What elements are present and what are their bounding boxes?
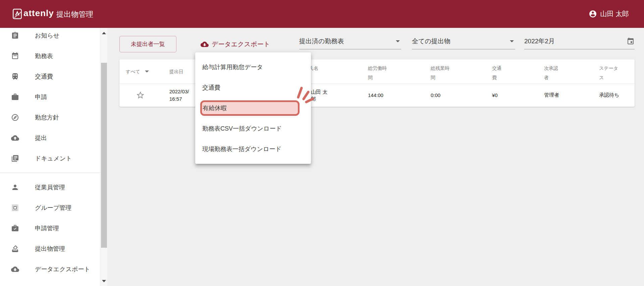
brand-logo-icon <box>13 9 22 20</box>
sidebar-item-data-export[interactable]: データエクスポート <box>0 259 100 279</box>
sidebar-item-application[interactable]: 申請 <box>0 87 100 107</box>
cell-submitted-at: 2022/03/ 16:57 <box>161 84 198 106</box>
submission-filter-value: 全ての提出物 <box>412 37 450 46</box>
header-total-overtime-hours: 総残業時間 <box>431 59 492 84</box>
cell-total-overtime-hours: 0:00 <box>431 84 492 106</box>
compass-icon <box>11 113 19 122</box>
user-name: 山田 太郎 <box>600 9 629 18</box>
timesheet-filter-value: 提出済の勤務表 <box>299 37 344 46</box>
caret-down-icon <box>510 40 514 42</box>
export-menu: 給与計算用勤怠データ 交通費 有給休暇 勤務表CSV一括ダウンロード 現場勤務表… <box>195 52 311 164</box>
sidebar-item-attendance-policy[interactable]: 勤怠方針 <box>0 107 100 128</box>
sidebar-item-transport-expense[interactable]: 交通費 <box>0 66 100 87</box>
documents-icon <box>11 154 19 162</box>
scrollbar-thumb[interactable] <box>101 63 107 248</box>
sidebar-item-label: ドキュメント <box>35 154 72 162</box>
group-frame-icon <box>11 204 19 212</box>
user-avatar-icon <box>589 10 597 18</box>
briefcase-icon <box>11 93 19 101</box>
menu-item-timesheet-csv-bulk-download[interactable]: 勤務表CSV一括ダウンロード <box>195 118 311 139</box>
sidebar-item-label: 提出物管理 <box>35 245 65 253</box>
data-export-button[interactable]: データエクスポート <box>201 38 270 50</box>
sidebar-item-documents[interactable]: ドキュメント <box>0 148 100 169</box>
scroll-down-button[interactable] <box>100 277 108 285</box>
cell-name: 山田 太郎 <box>309 84 368 106</box>
caret-down-icon <box>396 40 400 42</box>
cloud-upload-icon <box>11 134 19 142</box>
header-transport-fare: 交通費 <box>492 59 544 84</box>
cloud-download-icon <box>11 265 19 273</box>
caret-down-icon <box>145 70 149 73</box>
person-icon <box>11 183 19 191</box>
unsubmitted-list-button[interactable]: 未提出者一覧 <box>119 36 176 52</box>
header-total-work-hours: 総労働時間 <box>368 59 431 84</box>
calendar-picker-icon[interactable] <box>627 37 635 45</box>
header-next-approver: 次承認者 <box>544 59 599 84</box>
triangle-up-icon <box>102 32 106 34</box>
sidebar-item-label: 勤怠方針 <box>35 113 59 122</box>
sidebar-item-notices[interactable]: お知らせ <box>0 28 100 46</box>
ballot-icon <box>11 245 19 253</box>
sidebar-item-application-management[interactable]: 申請管理 <box>0 218 100 238</box>
sidebar-item-group-management[interactable]: グループ管理 <box>0 197 100 218</box>
train-icon <box>11 73 19 81</box>
cell-next-approver: 管理者 <box>544 84 599 106</box>
sidebar-item-employee-management[interactable]: 従業員管理 <box>0 177 100 197</box>
favorite-star-icon[interactable] <box>136 91 145 100</box>
brand-name: attenly <box>23 8 54 18</box>
timesheet-filter-select[interactable]: 提出済の勤務表 <box>299 34 401 49</box>
submission-filter-select[interactable]: 全ての提出物 <box>412 34 515 49</box>
cell-transport-fare: ¥0 <box>492 84 544 106</box>
sidebar-item-label: データエクスポート <box>35 265 90 273</box>
sidebar-item-label: 交通費 <box>35 73 53 81</box>
cell-total-work-hours: 144:00 <box>368 84 431 106</box>
main-content: 未提出者一覧 データエクスポート 提出済の勤務表 全ての提出物 2022年2月 … <box>108 28 644 286</box>
sidebar-item-label: 従業員管理 <box>35 183 65 191</box>
page-title: 提出物管理 <box>56 9 93 19</box>
sidebar-item-timesheet[interactable]: 勤務表 <box>0 46 100 66</box>
app-window: attenly 提出物管理 山田 太郎 お知らせ 勤務表 交通費 <box>0 0 644 286</box>
header-submitted-at: 提出日 <box>161 59 198 84</box>
calendar-icon <box>11 52 19 60</box>
sidebar-item-label: グループ管理 <box>35 204 71 212</box>
sidebar-item-submission-management[interactable]: 提出物管理 <box>0 238 100 259</box>
sidebar-item-label: 申請管理 <box>35 224 59 232</box>
data-export-button-label: データエクスポート <box>212 40 270 49</box>
triangle-down-icon <box>102 280 106 282</box>
clipboard-icon <box>11 32 19 40</box>
sidebar-item-label: お知らせ <box>35 32 59 40</box>
sidebar-divider <box>0 173 100 173</box>
sidebar-item-label: 勤務表 <box>35 52 53 60</box>
app-header: attenly 提出物管理 山田 太郎 <box>0 0 644 28</box>
sidebar-item-label: 申請 <box>35 93 47 101</box>
status-badge: 承認待ち <box>599 84 635 106</box>
month-picker-field[interactable]: 2022年2月 <box>524 34 635 49</box>
cloud-download-icon <box>201 40 209 48</box>
menu-item-payroll-attendance-data[interactable]: 給与計算用勤怠データ <box>195 57 311 77</box>
sidebar-scrollbar[interactable] <box>100 28 107 286</box>
sidebar-item-submit[interactable]: 提出 <box>0 128 100 148</box>
menu-item-site-timesheet-bulk-download[interactable]: 現場勤務表一括ダウンロード <box>195 139 311 159</box>
user-menu[interactable]: 山田 太郎 <box>589 0 629 28</box>
tutorial-highlight-box: 有給休暇 <box>200 100 300 116</box>
sidebar-item-label: 提出 <box>35 134 47 142</box>
emphasis-burst-icon <box>292 83 314 104</box>
select-all-label: すべて <box>126 67 140 76</box>
month-picker-value: 2022年2月 <box>524 37 555 46</box>
sidebar: お知らせ 勤務表 交通費 申請 勤怠方針 提出 <box>0 28 100 286</box>
briefcase-check-icon <box>11 224 19 232</box>
header-name: 氏名 <box>309 59 368 84</box>
scroll-up-button[interactable] <box>100 29 108 37</box>
header-status: ステータス <box>599 59 635 84</box>
select-all-filter[interactable]: すべて <box>119 59 161 84</box>
favorite-cell[interactable] <box>119 84 161 106</box>
